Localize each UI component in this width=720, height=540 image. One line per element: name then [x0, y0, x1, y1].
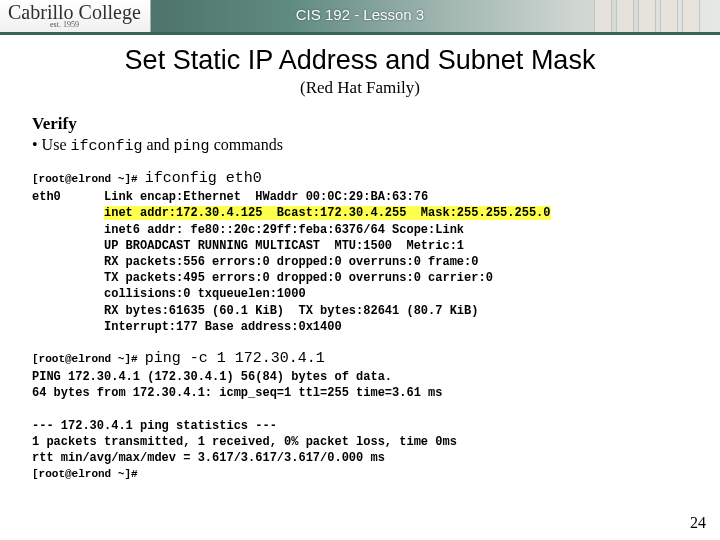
terminal-ping: [root@elrond ~]# ping -c 1 172.30.4.1 PI… — [32, 349, 688, 483]
page-number: 24 — [690, 514, 706, 532]
ping-line-4: 1 packets transmitted, 1 received, 0% pa… — [32, 435, 457, 449]
cmd-ifconfig-word: ifconfig — [70, 138, 142, 155]
ifconfig-line-5: RX packets:556 errors:0 dropped:0 overru… — [104, 255, 478, 269]
ifconfig-line-6: TX packets:495 errors:0 dropped:0 overru… — [104, 271, 493, 285]
slide-body: Verify • Use ifconfig and ping commands … — [0, 98, 720, 483]
shell-prompt-end: [root@elrond ~]# — [32, 468, 138, 480]
page-subtitle: (Red Hat Family) — [0, 78, 720, 98]
ping-line-3: --- 172.30.4.1 ping statistics --- — [32, 419, 277, 433]
page-title: Set Static IP Address and Subnet Mask — [0, 45, 720, 76]
slide: Cabrillo College est. 1959 CIS 192 - Les… — [0, 0, 720, 540]
ifconfig-line-9: Interrupt:177 Base address:0x1400 — [104, 320, 342, 334]
banner-underline — [0, 32, 720, 35]
iface-name: eth0 — [32, 190, 61, 204]
ifconfig-line-2-highlight: inet addr:172.30.4.125 Bcast:172.30.4.25… — [104, 206, 550, 220]
cmd-ping-word: ping — [174, 138, 210, 155]
ping-line-1: PING 172.30.4.1 (172.30.4.1) 56(84) byte… — [32, 370, 392, 384]
banner: Cabrillo College est. 1959 CIS 192 - Les… — [0, 0, 720, 32]
ifconfig-line-3: inet6 addr: fe80::20c:29ff:feba:6376/64 … — [104, 223, 464, 237]
shell-prompt: [root@elrond ~]# — [32, 173, 138, 185]
lesson-title: CIS 192 - Lesson 3 — [0, 6, 720, 23]
ping-line-2: 64 bytes from 172.30.4.1: icmp_seq=1 ttl… — [32, 386, 442, 400]
bullet-mid: and — [143, 136, 174, 153]
terminal-ifconfig: [root@elrond ~]# ifconfig eth0 eth0 Link… — [32, 169, 688, 335]
ping-line-5: rtt min/avg/max/mdev = 3.617/3.617/3.617… — [32, 451, 385, 465]
instruction-bullet: • Use ifconfig and ping commands — [32, 136, 688, 155]
verify-heading: Verify — [32, 114, 688, 134]
bullet-suffix: commands — [210, 136, 283, 153]
ifconfig-line-8: RX bytes:61635 (60.1 KiB) TX bytes:82641… — [104, 304, 478, 318]
ifconfig-line-1: Link encap:Ethernet HWaddr 00:0C:29:BA:6… — [104, 190, 428, 204]
bullet-prefix: • Use — [32, 136, 70, 153]
ifconfig-line-4: UP BROADCAST RUNNING MULTICAST MTU:1500 … — [104, 239, 464, 253]
typed-command-ifconfig: ifconfig eth0 — [145, 170, 262, 187]
ifconfig-line-7: collisions:0 txqueuelen:1000 — [104, 287, 306, 301]
shell-prompt: [root@elrond ~]# — [32, 353, 138, 365]
typed-command-ping: ping -c 1 172.30.4.1 — [145, 350, 325, 367]
